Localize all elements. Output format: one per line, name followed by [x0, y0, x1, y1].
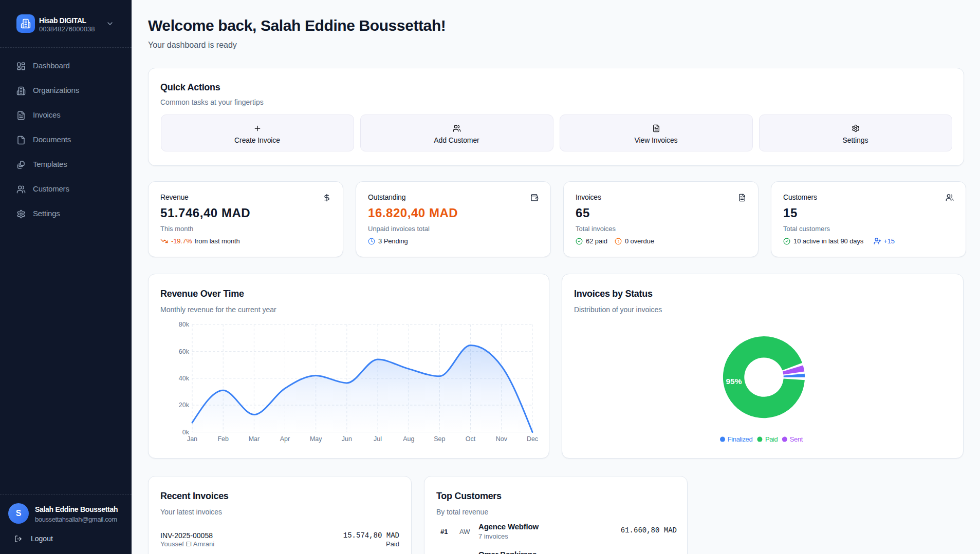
- svg-text:Jul: Jul: [374, 435, 382, 443]
- svg-text:20k: 20k: [179, 402, 190, 409]
- svg-text:Apr: Apr: [280, 435, 290, 443]
- svg-text:95%: 95%: [726, 377, 742, 386]
- svg-text:Sep: Sep: [434, 435, 445, 443]
- svg-text:Mar: Mar: [249, 435, 260, 443]
- svg-text:Jan: Jan: [187, 435, 197, 443]
- svg-text:60k: 60k: [179, 348, 190, 355]
- svg-text:Finalized: Finalized: [728, 435, 753, 443]
- svg-text:40k: 40k: [179, 375, 190, 382]
- svg-text:80k: 80k: [179, 321, 190, 328]
- svg-text:Aug: Aug: [403, 435, 414, 443]
- svg-text:Oct: Oct: [466, 435, 476, 443]
- svg-text:Sent: Sent: [790, 435, 803, 443]
- svg-text:May: May: [310, 435, 322, 443]
- svg-text:Jun: Jun: [342, 435, 352, 443]
- svg-text:Paid: Paid: [765, 435, 778, 443]
- svg-text:Nov: Nov: [496, 435, 508, 443]
- svg-text:Dec: Dec: [527, 435, 538, 443]
- svg-text:Feb: Feb: [217, 435, 229, 443]
- svg-text:0k: 0k: [182, 429, 190, 436]
